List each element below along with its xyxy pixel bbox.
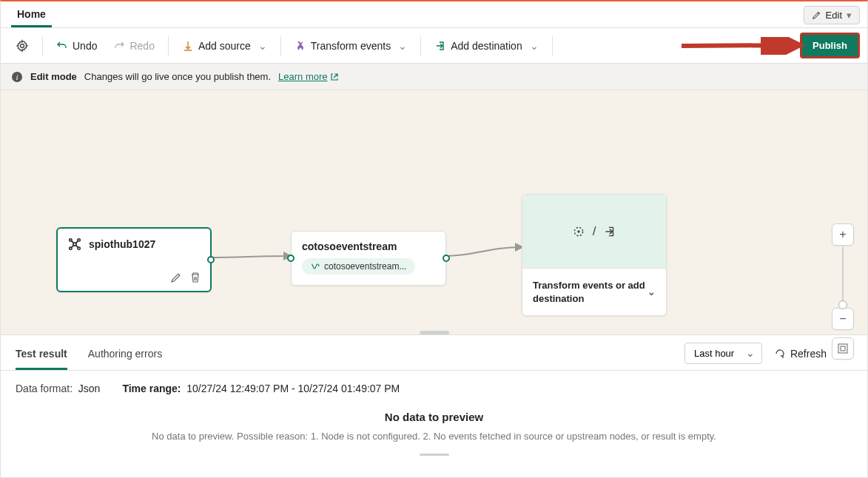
time-range-label: Time range: <box>122 383 181 394</box>
external-link-icon <box>330 73 339 81</box>
gear-icon <box>16 39 29 53</box>
redo-button[interactable]: Redo <box>106 36 161 56</box>
canvas[interactable]: spiothub1027 cotosoeventstream cotosoeve… <box>1 90 867 334</box>
transform-events-button[interactable]: Transform events ⌄ <box>287 36 414 56</box>
zoom-slider[interactable] <box>842 247 844 306</box>
learn-more-label: Learn more <box>278 71 327 82</box>
zoom-controls: + − <box>832 223 854 360</box>
edit-node-icon[interactable] <box>170 272 182 283</box>
data-format-value: Json <box>78 383 101 394</box>
svg-rect-11 <box>841 346 845 351</box>
delete-node-icon[interactable] <box>189 272 201 283</box>
fit-icon <box>838 343 848 354</box>
separator <box>168 36 169 55</box>
preview-panel: Test result Authoring errors Last hour R… <box>1 334 867 468</box>
refresh-icon <box>774 348 786 360</box>
chevron-down-icon: ⌄ <box>258 40 267 52</box>
tab-authoring-errors[interactable]: Authoring errors <box>88 339 162 370</box>
undo-icon <box>56 40 68 52</box>
svg-rect-10 <box>838 344 847 353</box>
add-source-icon <box>182 40 194 52</box>
redo-label: Redo <box>129 40 154 52</box>
node-source-title: spiothub1027 <box>89 238 155 250</box>
edge-stream-placeholder <box>443 240 528 266</box>
svg-point-9 <box>577 230 579 232</box>
stream-icon <box>311 262 320 271</box>
chip-label: cotosoeventstream... <box>324 261 406 272</box>
ribbon-tab-bar: Home Edit ▾ <box>1 1 867 28</box>
bottom-resize-handle[interactable] <box>420 454 449 456</box>
zoom-thumb[interactable] <box>838 300 847 309</box>
data-format-label: Data format: <box>16 383 73 394</box>
panel-resize-handle[interactable] <box>420 331 449 334</box>
toolbar: Undo Redo Add source ⌄ Transform events … <box>1 28 867 64</box>
transform-icon <box>295 40 306 52</box>
publish-button[interactable]: Publish <box>800 33 860 58</box>
svg-text:i: i <box>16 73 18 81</box>
edge-source-stream <box>208 252 295 263</box>
edit-dropdown-button[interactable]: Edit ▾ <box>804 6 860 24</box>
add-destination-icon <box>434 40 446 52</box>
edit-mode-label: Edit mode <box>30 71 77 82</box>
add-destination-button[interactable]: Add destination ⌄ <box>427 36 546 56</box>
info-icon: i <box>11 71 23 83</box>
edit-label: Edit <box>826 10 842 21</box>
undo-button[interactable]: Undo <box>49 36 104 56</box>
undo-label: Undo <box>73 40 97 52</box>
settings-button[interactable] <box>8 35 36 57</box>
separator <box>552 36 553 55</box>
pencil-icon <box>812 10 821 20</box>
node-source[interactable]: spiothub1027 <box>56 227 212 292</box>
add-source-label: Add source <box>198 40 251 52</box>
placeholder-icons: / <box>522 195 666 269</box>
stream-chip: cotosoeventstream... <box>302 258 415 275</box>
no-data-message: No data to preview. Possible reason: 1. … <box>16 431 852 442</box>
learn-more-link[interactable]: Learn more <box>278 71 338 82</box>
separator <box>280 36 281 55</box>
zoom-out-button[interactable]: − <box>832 308 854 330</box>
chevron-down-icon: ⌄ <box>530 40 539 52</box>
chevron-down-icon[interactable]: ⌄ <box>647 286 656 299</box>
destination-placeholder-icon <box>603 225 616 238</box>
port-out[interactable] <box>207 256 215 263</box>
zoom-fit-button[interactable] <box>832 337 854 360</box>
slash-icon: / <box>593 224 596 239</box>
port-out[interactable] <box>443 255 450 262</box>
zoom-in-button[interactable]: + <box>832 223 854 246</box>
separator <box>42 36 43 55</box>
tab-test-result[interactable]: Test result <box>16 339 67 370</box>
preview-tabs: Test result Authoring errors Last hour R… <box>1 335 867 371</box>
transform-label: Transform events <box>311 40 391 52</box>
caret-down-icon: ▾ <box>847 10 852 21</box>
refresh-label: Refresh <box>790 348 827 360</box>
node-placeholder[interactable]: / Transform events or add destination ⌄ <box>522 194 667 316</box>
no-data-title: No data to preview <box>16 411 852 423</box>
node-eventstream[interactable]: cotosoeventstream cotosoeventstream... <box>291 231 446 286</box>
port-in[interactable] <box>287 255 295 262</box>
tab-home[interactable]: Home <box>11 2 52 27</box>
placeholder-label: Transform events or add destination <box>533 279 647 305</box>
transform-placeholder-icon <box>572 225 585 238</box>
chevron-down-icon: ⌄ <box>398 40 407 52</box>
iothub-icon <box>68 238 81 251</box>
add-destination-label: Add destination <box>451 40 522 52</box>
separator <box>420 36 421 55</box>
edit-mode-banner: i Edit mode Changes will go live once yo… <box>1 64 867 90</box>
time-range-value: 10/27/24 12:49:07 PM - 10/27/24 01:49:07… <box>186 383 400 394</box>
add-source-button[interactable]: Add source ⌄ <box>175 36 275 56</box>
redo-icon <box>113 40 125 52</box>
refresh-button[interactable]: Refresh <box>774 348 827 360</box>
time-range-select[interactable]: Last hour <box>684 343 762 364</box>
edit-mode-message: Changes will go live once you publish th… <box>84 71 271 82</box>
node-stream-title: cotosoeventstream <box>302 240 435 252</box>
